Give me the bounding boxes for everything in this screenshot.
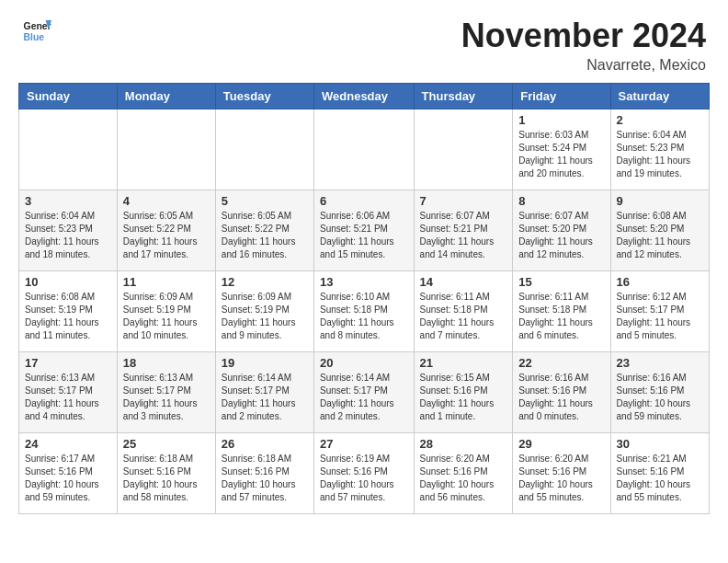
day-cell: 27Sunrise: 6:19 AM Sunset: 5:16 PM Dayli… xyxy=(314,433,415,514)
day-info: Sunrise: 6:13 AM Sunset: 5:17 PM Dayligh… xyxy=(123,372,210,423)
day-cell: 7Sunrise: 6:07 AM Sunset: 5:21 PM Daylig… xyxy=(414,190,513,271)
day-info: Sunrise: 6:08 AM Sunset: 5:20 PM Dayligh… xyxy=(617,210,703,261)
day-cell xyxy=(117,109,215,190)
day-cell: 12Sunrise: 6:09 AM Sunset: 5:19 PM Dayli… xyxy=(215,271,313,352)
week-row-4: 24Sunrise: 6:17 AM Sunset: 5:16 PM Dayli… xyxy=(19,433,710,514)
week-row-3: 17Sunrise: 6:13 AM Sunset: 5:17 PM Dayli… xyxy=(19,352,710,433)
day-cell: 22Sunrise: 6:16 AM Sunset: 5:16 PM Dayli… xyxy=(513,352,610,433)
day-info: Sunrise: 6:09 AM Sunset: 5:19 PM Dayligh… xyxy=(123,291,210,342)
day-cell: 30Sunrise: 6:21 AM Sunset: 5:16 PM Dayli… xyxy=(610,433,709,514)
header-wednesday: Wednesday xyxy=(314,84,415,109)
day-info: Sunrise: 6:14 AM Sunset: 5:17 PM Dayligh… xyxy=(320,372,408,423)
day-number: 4 xyxy=(123,194,210,208)
day-cell: 19Sunrise: 6:14 AM Sunset: 5:17 PM Dayli… xyxy=(215,352,313,433)
day-info: Sunrise: 6:04 AM Sunset: 5:23 PM Dayligh… xyxy=(617,129,703,180)
day-number: 6 xyxy=(320,194,408,208)
day-number: 22 xyxy=(518,356,604,370)
day-number: 29 xyxy=(518,437,604,451)
day-cell: 28Sunrise: 6:20 AM Sunset: 5:16 PM Dayli… xyxy=(414,433,513,514)
day-cell: 5Sunrise: 6:05 AM Sunset: 5:22 PM Daylig… xyxy=(215,190,313,271)
day-cell: 16Sunrise: 6:12 AM Sunset: 5:17 PM Dayli… xyxy=(610,271,709,352)
header-tuesday: Tuesday xyxy=(215,84,313,109)
day-number: 19 xyxy=(222,356,308,370)
day-cell: 17Sunrise: 6:13 AM Sunset: 5:17 PM Dayli… xyxy=(19,352,118,433)
calendar-wrapper: SundayMondayTuesdayWednesdayThursdayFrid… xyxy=(0,83,728,523)
day-cell: 10Sunrise: 6:08 AM Sunset: 5:19 PM Dayli… xyxy=(19,271,118,352)
day-cell: 4Sunrise: 6:05 AM Sunset: 5:22 PM Daylig… xyxy=(117,190,215,271)
day-number: 7 xyxy=(420,194,507,208)
day-number: 3 xyxy=(25,194,111,208)
day-cell: 6Sunrise: 6:06 AM Sunset: 5:21 PM Daylig… xyxy=(314,190,415,271)
day-info: Sunrise: 6:13 AM Sunset: 5:17 PM Dayligh… xyxy=(25,372,111,423)
day-number: 9 xyxy=(617,194,703,208)
day-number: 1 xyxy=(518,113,604,127)
day-info: Sunrise: 6:17 AM Sunset: 5:16 PM Dayligh… xyxy=(25,453,111,504)
day-number: 18 xyxy=(123,356,210,370)
day-number: 27 xyxy=(320,437,408,451)
title-area: November 2024 Navarrete, Mexico xyxy=(461,17,706,74)
day-info: Sunrise: 6:12 AM Sunset: 5:17 PM Dayligh… xyxy=(617,291,703,342)
calendar-table: SundayMondayTuesdayWednesdayThursdayFrid… xyxy=(18,83,710,514)
day-number: 5 xyxy=(222,194,308,208)
day-number: 30 xyxy=(617,437,703,451)
day-cell: 24Sunrise: 6:17 AM Sunset: 5:16 PM Dayli… xyxy=(19,433,118,514)
day-cell xyxy=(215,109,313,190)
day-info: Sunrise: 6:07 AM Sunset: 5:20 PM Dayligh… xyxy=(518,210,604,261)
day-info: Sunrise: 6:19 AM Sunset: 5:16 PM Dayligh… xyxy=(320,453,408,504)
day-cell xyxy=(414,109,513,190)
week-row-2: 10Sunrise: 6:08 AM Sunset: 5:19 PM Dayli… xyxy=(19,271,710,352)
header-saturday: Saturday xyxy=(610,84,709,109)
month-title: November 2024 xyxy=(461,17,706,55)
day-number: 21 xyxy=(420,356,507,370)
day-number: 14 xyxy=(420,275,507,289)
day-info: Sunrise: 6:11 AM Sunset: 5:18 PM Dayligh… xyxy=(420,291,507,342)
day-cell: 21Sunrise: 6:15 AM Sunset: 5:16 PM Dayli… xyxy=(414,352,513,433)
day-cell: 15Sunrise: 6:11 AM Sunset: 5:18 PM Dayli… xyxy=(513,271,610,352)
day-info: Sunrise: 6:08 AM Sunset: 5:19 PM Dayligh… xyxy=(25,291,111,342)
day-cell: 3Sunrise: 6:04 AM Sunset: 5:23 PM Daylig… xyxy=(19,190,118,271)
day-cell: 14Sunrise: 6:11 AM Sunset: 5:18 PM Dayli… xyxy=(414,271,513,352)
day-number: 10 xyxy=(25,275,111,289)
logo-icon: General Blue xyxy=(22,17,51,46)
day-info: Sunrise: 6:16 AM Sunset: 5:16 PM Dayligh… xyxy=(617,372,703,423)
day-cell: 1Sunrise: 6:03 AM Sunset: 5:24 PM Daylig… xyxy=(513,109,610,190)
day-number: 23 xyxy=(617,356,703,370)
day-info: Sunrise: 6:03 AM Sunset: 5:24 PM Dayligh… xyxy=(518,129,604,180)
header-monday: Monday xyxy=(117,84,215,109)
day-cell xyxy=(314,109,415,190)
day-info: Sunrise: 6:18 AM Sunset: 5:16 PM Dayligh… xyxy=(123,453,210,504)
logo: General Blue xyxy=(22,17,51,46)
day-cell: 2Sunrise: 6:04 AM Sunset: 5:23 PM Daylig… xyxy=(610,109,709,190)
day-info: Sunrise: 6:14 AM Sunset: 5:17 PM Dayligh… xyxy=(222,372,308,423)
day-info: Sunrise: 6:20 AM Sunset: 5:16 PM Dayligh… xyxy=(420,453,507,504)
day-number: 8 xyxy=(518,194,604,208)
day-number: 20 xyxy=(320,356,408,370)
day-cell: 13Sunrise: 6:10 AM Sunset: 5:18 PM Dayli… xyxy=(314,271,415,352)
day-cell: 25Sunrise: 6:18 AM Sunset: 5:16 PM Dayli… xyxy=(117,433,215,514)
day-info: Sunrise: 6:10 AM Sunset: 5:18 PM Dayligh… xyxy=(320,291,408,342)
day-cell: 9Sunrise: 6:08 AM Sunset: 5:20 PM Daylig… xyxy=(610,190,709,271)
header-friday: Friday xyxy=(513,84,610,109)
svg-text:Blue: Blue xyxy=(24,32,45,42)
header-sunday: Sunday xyxy=(19,84,118,109)
day-info: Sunrise: 6:05 AM Sunset: 5:22 PM Dayligh… xyxy=(222,210,308,261)
calendar-header-row: SundayMondayTuesdayWednesdayThursdayFrid… xyxy=(19,84,710,109)
day-info: Sunrise: 6:18 AM Sunset: 5:16 PM Dayligh… xyxy=(222,453,308,504)
day-info: Sunrise: 6:09 AM Sunset: 5:19 PM Dayligh… xyxy=(222,291,308,342)
day-info: Sunrise: 6:04 AM Sunset: 5:23 PM Dayligh… xyxy=(25,210,111,261)
day-number: 17 xyxy=(25,356,111,370)
day-number: 16 xyxy=(617,275,703,289)
day-info: Sunrise: 6:07 AM Sunset: 5:21 PM Dayligh… xyxy=(420,210,507,261)
week-row-1: 3Sunrise: 6:04 AM Sunset: 5:23 PM Daylig… xyxy=(19,190,710,271)
day-cell: 29Sunrise: 6:20 AM Sunset: 5:16 PM Dayli… xyxy=(513,433,610,514)
day-number: 11 xyxy=(123,275,210,289)
day-number: 25 xyxy=(123,437,210,451)
day-cell: 20Sunrise: 6:14 AM Sunset: 5:17 PM Dayli… xyxy=(314,352,415,433)
day-info: Sunrise: 6:11 AM Sunset: 5:18 PM Dayligh… xyxy=(518,291,604,342)
week-row-0: 1Sunrise: 6:03 AM Sunset: 5:24 PM Daylig… xyxy=(19,109,710,190)
day-info: Sunrise: 6:20 AM Sunset: 5:16 PM Dayligh… xyxy=(518,453,604,504)
day-cell: 26Sunrise: 6:18 AM Sunset: 5:16 PM Dayli… xyxy=(215,433,313,514)
day-cell: 18Sunrise: 6:13 AM Sunset: 5:17 PM Dayli… xyxy=(117,352,215,433)
day-cell: 23Sunrise: 6:16 AM Sunset: 5:16 PM Dayli… xyxy=(610,352,709,433)
location-subtitle: Navarrete, Mexico xyxy=(461,57,706,74)
